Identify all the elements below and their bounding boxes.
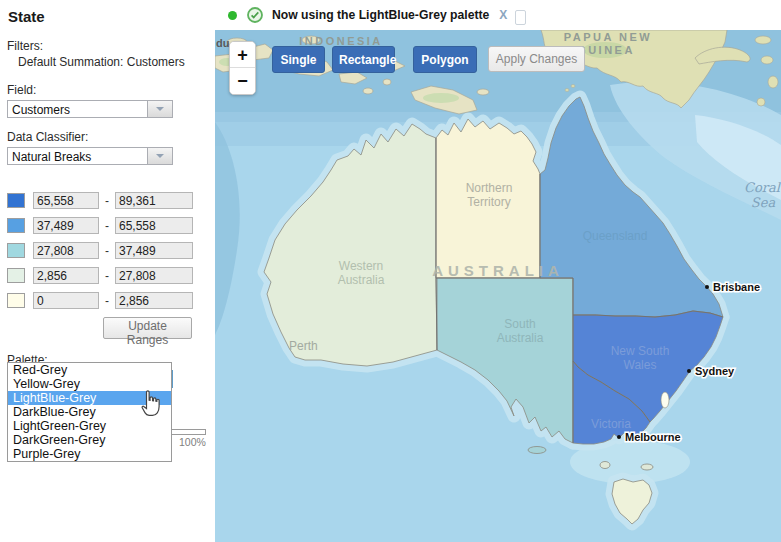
notification-message: Now using the LightBlue-Grey palette <box>272 8 489 22</box>
range-from-input[interactable] <box>33 192 99 209</box>
legend-swatch <box>7 193 25 208</box>
field-select[interactable]: Customers <box>7 100 173 118</box>
legend-row: - <box>7 242 215 259</box>
map-label-nt-1: Northern <box>466 181 513 195</box>
map-label-partial: du <box>216 37 229 49</box>
range-to-input[interactable] <box>115 292 193 309</box>
note-icon <box>515 10 526 25</box>
legend-swatch <box>7 293 25 308</box>
map-label-coral-2: Sea <box>751 195 776 210</box>
chevron-down-icon <box>156 154 164 162</box>
update-ranges-button[interactable]: Update Ranges <box>103 317 192 339</box>
kangaroo-island <box>528 447 546 454</box>
map-label-papua-1: PAPUA NEW <box>564 31 653 43</box>
sidebar: State Filters: Default Summation: Custom… <box>0 0 215 542</box>
map-label-sa-2: Australia <box>497 331 544 345</box>
melbourne-dot <box>617 435 621 439</box>
apply-changes-button[interactable]: Apply Changes <box>488 46 585 72</box>
palette-option[interactable]: LightGreen-Grey <box>8 419 171 433</box>
sydney-dot <box>687 369 691 373</box>
palette-option[interactable]: Purple-Grey <box>8 447 171 461</box>
map-label-nsw-1: New South <box>611 344 670 358</box>
map-canvas[interactable]: du INDONESIA PAPUA NEW GUINEA Coral Sea … <box>215 30 781 542</box>
range-to-input[interactable] <box>115 242 193 259</box>
map-label-sydney: Sydney <box>695 365 735 377</box>
polygon-select-button[interactable]: Polygon <box>413 46 477 73</box>
zoom-in-button[interactable]: + <box>230 42 255 68</box>
range-to-input[interactable] <box>115 267 193 284</box>
field-select-arrow-button[interactable] <box>147 101 172 117</box>
king-island <box>600 462 610 469</box>
legend-row: - <box>7 192 215 209</box>
classifier-label: Data Classifier: <box>7 130 215 144</box>
map-label-sa-1: South <box>504 317 535 331</box>
filters-label: Filters: <box>7 39 215 53</box>
rectangle-select-button[interactable]: Rectangle <box>332 46 395 73</box>
notification-bar: Now using the LightBlue-Grey palette X <box>215 0 781 30</box>
page-title: State <box>8 8 215 25</box>
legend: - - - - <box>7 192 215 309</box>
range-separator: - <box>99 219 115 233</box>
range-separator: - <box>99 244 115 258</box>
success-check-icon <box>247 7 263 23</box>
map-label-queensland: Queensland <box>583 229 648 243</box>
palette-option[interactable]: DarkGreen-Grey <box>8 433 171 447</box>
legend-row: - <box>7 267 215 284</box>
status-dot-icon <box>228 11 237 20</box>
legend-swatch <box>7 268 25 283</box>
map-label-perth: Perth <box>289 339 318 353</box>
map-label-nsw-2: Wales <box>624 358 657 372</box>
default-summation-text: Default Summation: Customers <box>18 55 215 69</box>
opacity-value: 100% <box>179 436 206 448</box>
range-from-input[interactable] <box>33 292 99 309</box>
zoom-out-button[interactable]: − <box>230 68 255 94</box>
map-label-wa-1: Western <box>339 259 383 273</box>
field-label: Field: <box>7 83 215 97</box>
close-icon[interactable]: X <box>499 8 507 22</box>
map-label-papua-2: GUINEA <box>577 44 635 56</box>
map-label-australia: AUSTRALIA <box>432 262 564 279</box>
range-from-input[interactable] <box>33 267 99 284</box>
range-separator: - <box>99 269 115 283</box>
map-panel: Now using the LightBlue-Grey palette X <box>215 0 781 542</box>
range-from-input[interactable] <box>33 217 99 234</box>
australia-map: du INDONESIA PAPUA NEW GUINEA Coral Sea … <box>215 30 781 542</box>
chevron-down-icon <box>156 107 164 115</box>
range-separator: - <box>99 194 115 208</box>
brisbane-dot <box>705 285 709 289</box>
map-label-wa-2: Australia <box>338 273 385 287</box>
palette-dropdown-list: Red-Grey Yellow-Grey LightBlue-Grey Dark… <box>7 362 172 462</box>
palette-option[interactable]: Yellow-Grey <box>8 377 171 391</box>
classifier-select[interactable]: Natural Breaks <box>7 147 173 165</box>
map-label-brisbane: Brisbane <box>713 281 760 293</box>
map-label-victoria: Victoria <box>591 417 631 431</box>
range-to-input[interactable] <box>115 192 193 209</box>
app-window: State Filters: Default Summation: Custom… <box>0 0 781 542</box>
legend-swatch <box>7 243 25 258</box>
legend-row: - <box>7 292 215 309</box>
map-label-nt-2: Territory <box>467 195 510 209</box>
single-select-button[interactable]: Single <box>272 46 325 73</box>
classifier-select-arrow-button[interactable] <box>147 148 172 164</box>
map-label-coral-1: Coral <box>744 180 781 195</box>
flinders-island <box>641 464 653 470</box>
map-label-melbourne: Melbourne <box>625 431 681 443</box>
legend-row: - <box>7 217 215 234</box>
range-from-input[interactable] <box>33 242 99 259</box>
palette-option-selected[interactable]: LightBlue-Grey <box>8 391 171 405</box>
legend-swatch <box>7 218 25 233</box>
palette-option[interactable]: Red-Grey <box>8 363 171 377</box>
zoom-control: + − <box>229 41 256 95</box>
palette-option[interactable]: DarkBlue-Grey <box>8 405 171 419</box>
range-separator: - <box>99 294 115 308</box>
range-to-input[interactable] <box>115 217 193 234</box>
region-act[interactable] <box>661 392 669 408</box>
